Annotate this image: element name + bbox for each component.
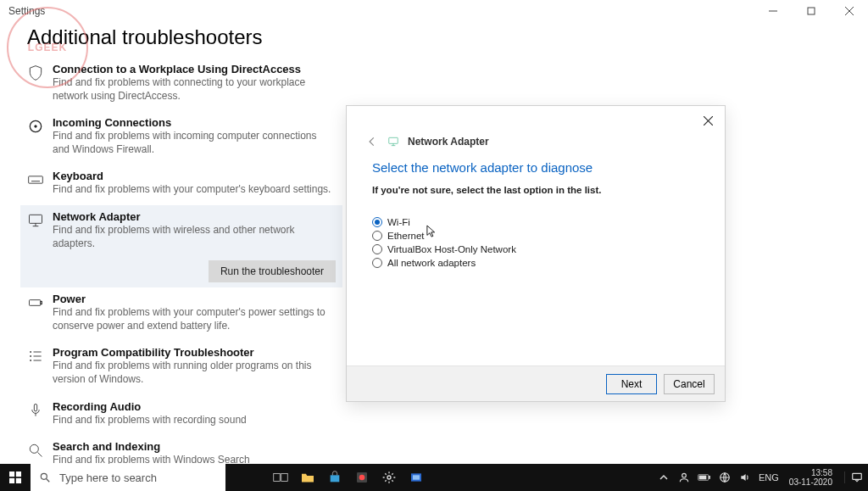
network-icon[interactable]	[718, 471, 732, 484]
svg-point-4	[35, 126, 37, 128]
radio-label: VirtualBox Host-Only Network	[387, 244, 516, 254]
svg-rect-29	[389, 137, 398, 143]
action-center-icon[interactable]	[844, 471, 868, 483]
troubleshooter-list: Connection to a Workplace Using DirectAc…	[20, 58, 342, 464]
close-button[interactable]	[830, 0, 868, 22]
dialog-header	[347, 106, 725, 135]
file-explorer-icon[interactable]	[298, 468, 317, 487]
ts-title: Search and Indexing	[53, 440, 336, 453]
battery-icon[interactable]	[698, 471, 711, 484]
next-button[interactable]: Next	[606, 374, 657, 394]
dialog-footer: Next Cancel	[347, 365, 725, 401]
radio-option-wifi[interactable]: Wi-Fi	[372, 217, 699, 227]
taskbar-clock[interactable]: 13:58 03-11-2020	[786, 468, 837, 487]
store-icon[interactable]	[326, 468, 344, 487]
svg-rect-48	[699, 476, 706, 479]
taskbar-date: 03-11-2020	[789, 477, 832, 487]
radio-icon	[372, 231, 382, 241]
settings-icon[interactable]	[380, 468, 398, 487]
ts-desc: Find and fix problems with your computer…	[53, 306, 336, 332]
svg-rect-33	[16, 471, 21, 477]
people-icon[interactable]	[677, 471, 691, 484]
svg-rect-23	[34, 404, 36, 410]
ts-item-directaccess[interactable]: Connection to a Workplace Using DirectAc…	[20, 58, 342, 111]
ts-item-network-adapter[interactable]: Network Adapter Find and fix problems wi…	[20, 205, 342, 259]
svg-rect-38	[274, 474, 281, 482]
run-troubleshooter-row: Run the troubleshooter	[20, 259, 342, 287]
svg-rect-15	[30, 300, 41, 306]
list-icon	[27, 348, 44, 365]
ts-title: Incoming Connections	[53, 116, 336, 129]
svg-line-37	[47, 479, 50, 483]
svg-line-26	[38, 453, 42, 457]
dialog-crumb-label: Network Adapter	[408, 136, 489, 148]
chevron-up-icon[interactable]	[657, 471, 670, 484]
svg-rect-34	[9, 478, 14, 483]
svg-rect-12	[30, 215, 42, 223]
ts-title: Connection to a Workplace Using DirectAc…	[53, 63, 336, 75]
ts-desc: Find and fix problems with connecting to…	[53, 76, 336, 103]
svg-rect-47	[709, 477, 709, 479]
taskbar-time: 13:58	[811, 468, 832, 477]
microphone-icon	[27, 402, 44, 419]
ts-item-search-indexing[interactable]: Search and Indexing Find and fix problem…	[20, 435, 342, 464]
ts-title: Program Compatibility Troubleshooter	[53, 346, 336, 359]
ts-desc: Find and fix problems with your computer…	[53, 183, 336, 197]
ts-desc: Find and fix problems with wireless and …	[53, 224, 336, 250]
task-view-icon[interactable]	[271, 468, 290, 487]
cancel-button[interactable]: Cancel	[664, 374, 715, 394]
back-arrow-icon[interactable]	[365, 135, 379, 148]
ts-desc: Find and fix problems with incoming comp…	[53, 130, 336, 156]
ts-item-keyboard[interactable]: Keyboard Find and fix problems with your…	[20, 165, 342, 205]
volume-icon[interactable]	[738, 471, 752, 484]
svg-point-45	[682, 473, 687, 477]
start-button[interactable]	[0, 471, 31, 483]
system-tray: ENG 13:58 03-11-2020	[657, 468, 868, 487]
ts-title: Keyboard	[53, 170, 336, 182]
ts-item-program-compat[interactable]: Program Compatibility Troubleshooter Fin…	[20, 341, 342, 394]
shield-icon	[27, 64, 44, 81]
ts-desc: Find and fix problems with recording sou…	[53, 414, 336, 427]
svg-rect-50	[852, 473, 861, 479]
signal-icon	[27, 118, 44, 135]
dialog-subtitle: If you're not sure, select the last opti…	[372, 185, 699, 195]
ts-item-incoming-connections[interactable]: Incoming Connections Find and fix proble…	[20, 111, 342, 165]
minimize-button[interactable]	[754, 0, 792, 22]
svg-point-36	[41, 473, 47, 479]
run-troubleshooter-button[interactable]: Run the troubleshooter	[209, 260, 336, 282]
radio-option-ethernet[interactable]: Ethernet	[372, 231, 699, 241]
maximize-button[interactable]	[792, 0, 830, 22]
svg-point-25	[30, 444, 38, 453]
radio-label: Ethernet	[387, 231, 424, 241]
taskbar-search[interactable]: Type here to search	[31, 464, 225, 491]
radio-option-all[interactable]: All network adapters	[372, 258, 699, 268]
radio-icon	[372, 244, 382, 254]
troubleshooter-dialog: Network Adapter Select the network adapt…	[346, 105, 726, 402]
taskbar: Type here to search ENG 13:58 03-11-2020	[0, 464, 868, 491]
ts-title: Recording Audio	[53, 400, 336, 413]
svg-rect-5	[29, 176, 43, 183]
svg-rect-39	[281, 474, 288, 482]
radio-icon	[372, 217, 382, 227]
svg-point-42	[387, 476, 391, 479]
monitor-icon	[27, 212, 44, 229]
dialog-close-button[interactable]	[691, 108, 725, 133]
taskbar-search-placeholder: Type here to search	[59, 471, 157, 484]
svg-rect-16	[41, 301, 42, 304]
ts-title: Power	[53, 293, 336, 305]
svg-point-41	[359, 475, 365, 481]
radio-icon	[372, 258, 382, 268]
svg-rect-32	[9, 471, 14, 477]
app-icon[interactable]	[353, 468, 371, 487]
search-icon	[39, 471, 51, 483]
taskbar-pinned-apps	[268, 468, 429, 487]
radio-option-virtualbox[interactable]: VirtualBox Host-Only Network	[372, 244, 699, 254]
ts-item-recording-audio[interactable]: Recording Audio Find and fix problems wi…	[20, 395, 342, 436]
content-area: Additional troubleshooters Connection to…	[0, 22, 868, 464]
app-icon[interactable]	[407, 468, 426, 487]
language-indicator[interactable]: ENG	[759, 472, 779, 483]
search-icon	[27, 442, 44, 459]
ts-item-power[interactable]: Power Find and fix problems with your co…	[20, 287, 342, 341]
svg-rect-44	[413, 475, 420, 479]
keyboard-icon	[27, 171, 44, 188]
